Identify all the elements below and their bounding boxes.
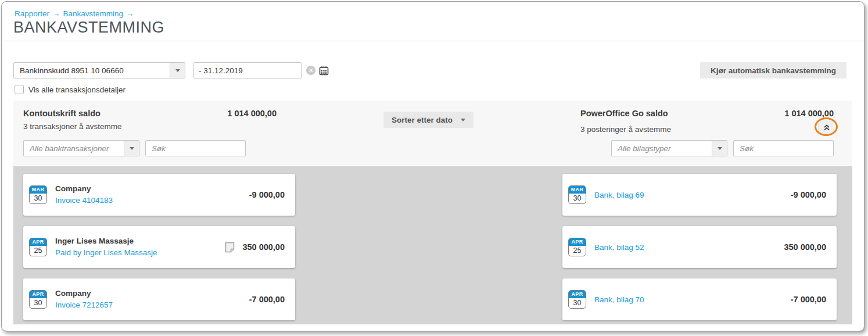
ledger-amount-group: -7 000,00 — [791, 295, 826, 304]
voucher-type-value: Alle bilagstyper — [612, 144, 712, 153]
transaction-amount-group: 350 000,00 — [225, 242, 285, 253]
collapse-panel-button[interactable] — [819, 120, 834, 134]
show-details-checkbox[interactable] — [15, 85, 24, 94]
ledger-saldo-subtitle: 3 posteringer å avstemme — [580, 125, 671, 134]
panel-header: Kontoutskrift saldo 1 014 000,00 3 trans… — [13, 101, 852, 166]
page-title: BANKAVSTEMMING — [13, 19, 164, 37]
ledger-entry-link[interactable]: Bank, bilag 69 — [594, 191, 644, 199]
breadcrumb-link[interactable]: Rapporter — [15, 9, 49, 18]
note-icon[interactable] — [225, 242, 235, 253]
transaction-body: CompanyInvoice 4104183 — [55, 184, 249, 205]
sort-by-date-button[interactable]: Sorter etter dato — [383, 112, 474, 128]
date-badge: APR25 — [29, 238, 47, 256]
transaction-link[interactable]: Invoice 4104183 — [55, 196, 113, 205]
transaction-payer: Inger Lises Massasje — [55, 237, 225, 245]
breadcrumb-link[interactable]: Bankavstemming — [63, 9, 124, 18]
date-badge: APR30 — [29, 290, 47, 309]
ledger-entry-link[interactable]: Bank, bilag 52 — [594, 243, 644, 252]
date-badge-month: MAR — [569, 186, 586, 194]
breadcrumb-separator: → — [52, 9, 60, 18]
ledger-entry-amount: -9 000,00 — [791, 190, 826, 199]
transaction-link[interactable]: Invoice 7212657 — [55, 301, 113, 309]
statement-saldo-subtitle: 3 transaksjoner å avstemme — [23, 122, 277, 131]
bank-transaction-card[interactable]: APR25Inger Lises MassasjePaid by Inger L… — [23, 226, 295, 268]
ledger-saldo-block: PowerOffice Go saldo 1 014 000,00 3 post… — [580, 109, 834, 134]
ledger-search-input[interactable] — [733, 140, 834, 156]
bank-transaction-card[interactable]: MAR30CompanyInvoice 4104183-9 000,00 — [23, 174, 295, 216]
show-details-row: Vis alle transaksjonsdetaljer — [15, 85, 125, 94]
ledger-saldo-title: PowerOffice Go saldo — [580, 109, 668, 118]
reconciliation-panel: Kontoutskrift saldo 1 014 000,00 3 trans… — [13, 101, 852, 324]
date-badge-day: 30 — [569, 194, 586, 203]
bank-transaction-type-select[interactable]: Alle banktransaksjoner — [23, 140, 139, 156]
clear-date-icon[interactable]: ✕ — [306, 66, 315, 75]
app-window: Rapporter→Bankavstemming→ BANKAVSTEMMING… — [1, 1, 865, 331]
run-auto-reconciliation-button[interactable]: Kjør automatisk bankavstemming — [700, 62, 847, 78]
show-details-label: Vis alle transaksjonsdetaljer — [28, 85, 125, 94]
statement-saldo-amount: 1 014 000,00 — [227, 109, 277, 118]
date-badge-day: 30 — [30, 194, 46, 203]
chevron-double-up-icon — [823, 124, 831, 131]
dropdown-caret-icon[interactable] — [124, 141, 139, 156]
account-select[interactable]: Bankinnskudd 8951 10 06660 — [13, 62, 185, 78]
ledger-entry-card[interactable]: APR30Bank, bilag 70-7 000,00 — [562, 278, 837, 320]
date-badge: MAR30 — [568, 185, 586, 204]
transaction-body: Inger Lises MassasjePaid by Inger Lises … — [55, 237, 225, 258]
date-badge-day: 25 — [30, 246, 46, 256]
ledger-amount-group: -9 000,00 — [791, 190, 826, 199]
date-badge-day: 25 — [569, 246, 586, 256]
ledger-entry-card[interactable]: APR25Bank, bilag 52350 000,00 — [562, 226, 837, 268]
dropdown-caret-icon[interactable] — [170, 63, 185, 78]
header-divider — [2, 41, 864, 41]
transaction-payer: Company — [55, 289, 249, 298]
bank-transaction-type-value: Alle banktransaksjoner — [24, 144, 124, 153]
bank-transactions-list: MAR30CompanyInvoice 4104183-9 000,00APR2… — [23, 174, 295, 324]
reconciliation-lists: MAR30CompanyInvoice 4104183-9 000,00APR2… — [13, 166, 852, 324]
date-range-field[interactable]: ✕ — [193, 62, 302, 78]
ledger-saldo-amount: 1 014 000,00 — [784, 109, 834, 118]
bank-search-input[interactable] — [145, 140, 246, 156]
statement-saldo-title: Kontoutskrift saldo — [23, 109, 101, 118]
ledger-entry-body: Bank, bilag 52 — [594, 242, 784, 252]
sort-by-date-label: Sorter etter dato — [392, 116, 453, 124]
dropdown-caret-icon[interactable] — [712, 141, 727, 156]
transaction-amount: 350 000,00 — [242, 242, 285, 252]
ledger-entry-body: Bank, bilag 69 — [594, 190, 791, 200]
voucher-type-select[interactable]: Alle bilagstyper — [611, 140, 727, 156]
ledger-entry-card[interactable]: MAR30Bank, bilag 69-9 000,00 — [562, 174, 837, 216]
date-input[interactable] — [194, 66, 306, 75]
date-badge-day: 30 — [30, 298, 46, 308]
transaction-amount: -7 000,00 — [249, 295, 285, 304]
transaction-body: CompanyInvoice 7212657 — [55, 289, 249, 310]
ledger-entry-amount: 350 000,00 — [784, 242, 826, 252]
date-badge-month: APR — [30, 291, 46, 298]
breadcrumb: Rapporter→Bankavstemming→ — [15, 9, 137, 18]
dropdown-caret-icon — [461, 119, 465, 121]
calendar-icon[interactable] — [319, 66, 329, 76]
bank-filter-group: Alle banktransaksjoner — [23, 140, 246, 156]
date-badge: APR25 — [568, 238, 586, 256]
breadcrumb-separator: → — [126, 9, 134, 18]
date-badge-month: APR — [30, 238, 46, 246]
date-badge-month: APR — [569, 238, 586, 246]
date-badge: MAR30 — [29, 185, 47, 204]
date-badge-month: APR — [569, 291, 586, 298]
account-select-value: Bankinnskudd 8951 10 06660 — [14, 66, 170, 75]
ledger-filter-group: Alle bilagstyper — [611, 140, 834, 156]
statement-saldo-block: Kontoutskrift saldo 1 014 000,00 3 trans… — [23, 109, 277, 131]
toolbar: Bankinnskudd 8951 10 06660 ✕ — [13, 62, 852, 78]
transaction-amount-group: -9 000,00 — [249, 190, 285, 199]
bank-transaction-card[interactable]: APR30CompanyInvoice 7212657-7 000,00 — [23, 278, 295, 320]
transaction-amount-group: -7 000,00 — [249, 295, 285, 304]
transaction-link[interactable]: Paid by Inger Lises Massasje — [55, 248, 157, 257]
transaction-amount: -9 000,00 — [249, 190, 285, 199]
date-badge: APR30 — [568, 290, 586, 309]
ledger-amount-group: 350 000,00 — [784, 242, 826, 252]
date-badge-month: MAR — [30, 186, 46, 194]
ledger-entry-link[interactable]: Bank, bilag 70 — [594, 295, 644, 304]
ledger-entry-amount: -7 000,00 — [791, 295, 826, 304]
ledger-entries-list: MAR30Bank, bilag 69-9 000,00APR25Bank, b… — [562, 174, 837, 324]
ledger-entry-body: Bank, bilag 70 — [594, 294, 791, 305]
date-badge-day: 30 — [569, 298, 586, 308]
transaction-payer: Company — [55, 184, 249, 193]
